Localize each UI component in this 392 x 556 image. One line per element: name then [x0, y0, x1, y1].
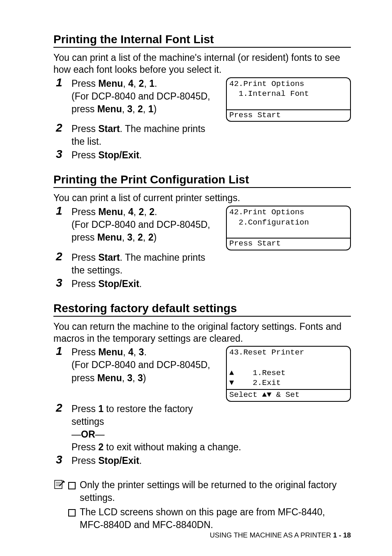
step-text: Press Start. The machine prints the list… [71, 123, 211, 148]
step-number: 2 [56, 120, 62, 136]
lcd-display: 43.Reset Printer ▲ 1.Reset ▼ 2.Exit Sele… [226, 346, 351, 401]
step-number: 3 [56, 146, 62, 162]
step-number: 2 [56, 400, 62, 416]
note-list: Only the printer settings will be return… [68, 479, 351, 533]
note-item: The LCD screens shown on this page are f… [68, 506, 351, 531]
step-text: Press Stop/Exit. [71, 149, 351, 162]
step-text: Press Stop/Exit. [71, 278, 351, 290]
lcd-display: 42.Print Options 1.Internal Font Press S… [226, 77, 351, 122]
section-title: Restoring factory default settings [53, 302, 351, 317]
page: Printing the Internal Font List You can … [0, 0, 392, 556]
lcd-body: 42.Print Options 1.Internal Font [227, 78, 350, 109]
lcd-footer: Press Start [227, 238, 350, 250]
step-text: Press Menu, 4, 2, 1. (For DCP-8040 and D… [71, 77, 218, 116]
lcd-body: 43.Reset Printer ▲ 1.Reset ▼ 2.Exit [227, 347, 350, 389]
section-intro: You can print a list of the machine's in… [53, 52, 351, 76]
lcd-footer: Press Start [227, 109, 350, 121]
step-text: Press Start. The machine prints the sett… [71, 251, 211, 277]
section-title: Printing the Print Configuration List [53, 173, 351, 188]
step-text: Press 1 to restore the factory settings … [71, 403, 351, 454]
step-text: Press Menu, 4, 2, 2. (For DCP-8040 and D… [71, 206, 218, 244]
step-number: 3 [56, 452, 62, 468]
steps-list: 1 Press Menu, 4, 2, 2. (For DCP-8040 and… [53, 206, 351, 290]
step-number: 1 [56, 343, 62, 359]
step-text: Press Menu, 4, 3. (For DCP-8040 and DCP-… [71, 346, 218, 384]
steps-list: 1 Press Menu, 4, 3. (For DCP-8040 and DC… [53, 346, 351, 467]
section-intro: You can return the machine to the origin… [53, 321, 351, 345]
lcd-body: 42.Print Options 2.Configuration [227, 206, 350, 238]
note-block: Only the printer settings will be return… [53, 479, 351, 533]
section-title: Printing the Internal Font List [53, 33, 351, 48]
step-number: 1 [56, 75, 62, 90]
section-intro: You can print a list of current printer … [53, 192, 351, 204]
note-icon [53, 479, 66, 533]
page-footer: USING THE MACHINE AS A PRINTER 1 - 18 [210, 531, 351, 540]
note-item: Only the printer settings will be return… [68, 479, 351, 504]
lcd-footer: Select ▲▼ & Set [227, 389, 350, 401]
step-number: 3 [56, 275, 62, 291]
lcd-display: 42.Print Options 2.Configuration Press S… [226, 206, 351, 250]
steps-list: 1 Press Menu, 4, 2, 1. (For DCP-8040 and… [53, 77, 351, 162]
step-number: 1 [56, 203, 62, 219]
step-number: 2 [56, 249, 62, 264]
step-text: Press Stop/Exit. [71, 454, 351, 467]
